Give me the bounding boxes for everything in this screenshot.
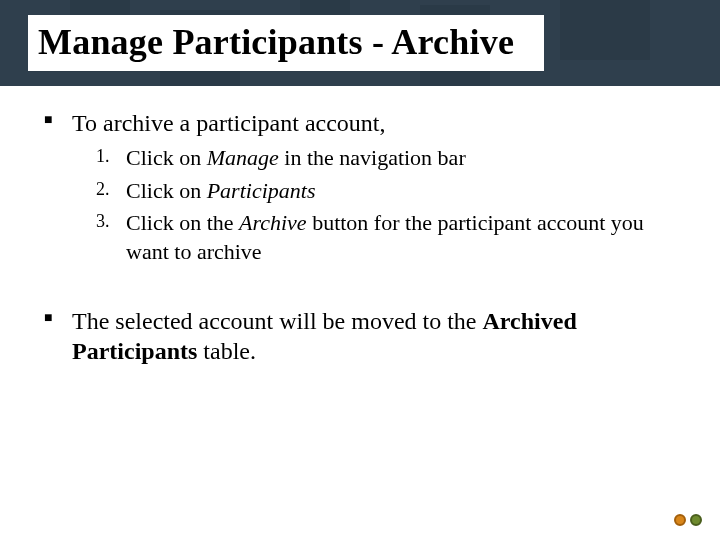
step-item: Click on Manage in the navigation bar xyxy=(96,144,676,173)
bullet-list-2: The selected account will be moved to th… xyxy=(44,306,676,366)
step-pre: Click on the xyxy=(126,210,239,235)
prev-slide-icon[interactable] xyxy=(674,514,686,526)
step-pre: Click on xyxy=(126,145,207,170)
step-pre: Click on xyxy=(126,178,207,203)
intro-text: To archive a participant account, xyxy=(72,110,386,136)
spacer xyxy=(44,280,676,306)
next-slide-icon[interactable] xyxy=(690,514,702,526)
bullet-list: To archive a participant account, Click … xyxy=(44,108,676,266)
result-pre: The selected account will be moved to th… xyxy=(72,308,483,334)
step-em: Manage xyxy=(207,145,279,170)
step-em: Participants xyxy=(207,178,316,203)
title-plate: Manage Participants - Archive xyxy=(28,15,544,71)
result-post: table. xyxy=(197,338,256,364)
step-item: Click on Participants xyxy=(96,177,676,206)
step-post: in the navigation bar xyxy=(279,145,466,170)
steps-list: Click on Manage in the navigation bar Cl… xyxy=(72,144,676,266)
bullet-result: The selected account will be moved to th… xyxy=(44,306,676,366)
step-item: Click on the Archive button for the part… xyxy=(96,209,676,266)
step-em: Archive xyxy=(239,210,307,235)
slide-title: Manage Participants - Archive xyxy=(38,21,514,63)
slide-body: To archive a participant account, Click … xyxy=(0,86,720,366)
title-band: Manage Participants - Archive xyxy=(0,0,720,86)
slide: Manage Participants - Archive To archive… xyxy=(0,0,720,540)
nav-dots xyxy=(674,514,702,526)
bullet-intro: To archive a participant account, Click … xyxy=(44,108,676,266)
